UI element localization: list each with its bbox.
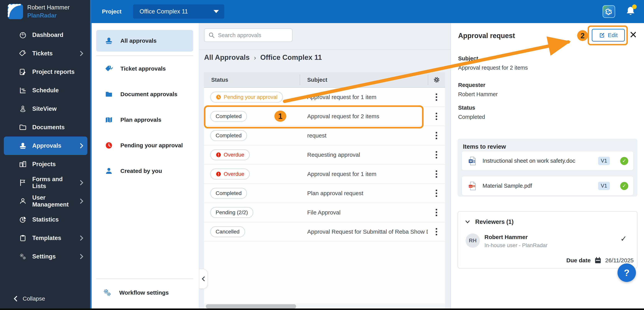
sidebar-item-dashboard[interactable]: Dashboard — [0, 26, 90, 44]
breadcrumb-separator-icon: › — [254, 54, 256, 61]
help-button[interactable]: ? — [618, 263, 636, 282]
table-header: Status Subject — [204, 72, 445, 88]
sidebar-item-statistics[interactable]: Statistics — [0, 210, 90, 229]
filter-document-approvals[interactable]: Document approvals — [92, 81, 199, 107]
sidebar-item-templates[interactable]: Templates — [0, 229, 90, 247]
filter-ticket-approvals[interactable]: Ticket approvals — [92, 56, 199, 81]
row-menu-button[interactable] — [434, 111, 439, 121]
file-name: Instructional sheet on work safety.doc — [482, 158, 592, 164]
siteview-icon — [19, 105, 26, 112]
table-settings-button[interactable] — [428, 74, 445, 85]
due-date-label: Due date — [566, 257, 590, 264]
row-menu-button[interactable] — [434, 92, 439, 102]
status-badge: Completed — [210, 130, 247, 141]
column-header-subject[interactable]: Subject — [300, 74, 428, 85]
report-icon — [19, 68, 26, 76]
table-row[interactable]: Overdue Approval request for 1 item — [204, 165, 445, 184]
breadcrumb: All Approvals › Office Complex 11 — [204, 54, 322, 62]
chevron-left-icon — [202, 276, 205, 281]
approval-detail-panel: Approval request Edit Subject Approval r… — [450, 23, 644, 310]
row-menu-button[interactable] — [434, 227, 439, 237]
sidebar-accent-strip — [90, 0, 92, 310]
filter-created-by-you[interactable]: Created by you — [92, 158, 199, 184]
table-row[interactable]: Completed Approval request for 2 items — [204, 107, 445, 126]
clipboard-icon — [19, 234, 26, 242]
notifications-button[interactable] — [626, 6, 636, 17]
sidebar-collapse-button[interactable]: Collapse — [0, 292, 45, 305]
clock-icon — [105, 141, 113, 149]
window-bottom-edge — [0, 308, 644, 310]
table-row[interactable]: Pending your approval Approval request f… — [204, 88, 445, 107]
filter-plan-approvals[interactable]: Plan approvals — [92, 107, 199, 132]
calendar-icon — [594, 257, 601, 264]
project-label: Project — [102, 8, 122, 15]
person-icon — [105, 167, 113, 175]
panel-collapse-handle[interactable] — [199, 269, 208, 289]
table-row[interactable]: Overdue Requesting approval — [204, 145, 445, 165]
sidebar-item-approvals[interactable]: Approvals — [4, 136, 87, 155]
word-file-icon: W — [468, 156, 476, 166]
approvals-filter-panel: All approvals Ticket approvals Document … — [92, 23, 199, 310]
scrollbar-thumb[interactable] — [206, 304, 296, 308]
table-row[interactable]: Pending (2/2) File Approval — [204, 203, 445, 222]
breadcrumb-root[interactable]: All Approvals — [204, 54, 250, 62]
search-box[interactable] — [204, 29, 292, 42]
account-block[interactable]: Robert Hammer PlanRadar — [8, 4, 70, 19]
chevron-right-icon — [80, 180, 84, 186]
edit-button[interactable]: Edit — [592, 29, 625, 42]
row-menu-button[interactable] — [434, 207, 439, 218]
row-menu-button[interactable] — [434, 169, 439, 179]
column-header-status[interactable]: Status — [204, 74, 300, 85]
version-badge[interactable]: V1 — [598, 182, 610, 190]
tickets-icon — [19, 50, 26, 57]
table-row[interactable]: Completed request — [204, 126, 445, 145]
search-input[interactable] — [218, 32, 288, 39]
filter-pending-your-approval[interactable]: Pending your approval — [92, 132, 199, 158]
sidebar-item-tickets[interactable]: Tickets — [0, 44, 90, 63]
notification-badge — [632, 5, 637, 9]
sidebar-item-settings[interactable]: Settings — [0, 247, 90, 266]
schedule-icon — [19, 87, 26, 94]
reviewer-avatar: RH — [466, 233, 480, 248]
map-icon — [105, 116, 113, 124]
close-panel-button[interactable] — [629, 30, 638, 39]
review-item-doc[interactable]: W Instructional sheet on work safety.doc… — [462, 151, 633, 170]
version-badge[interactable]: V1 — [598, 157, 610, 165]
row-menu-button[interactable] — [434, 130, 439, 141]
review-item-pdf[interactable]: PDF Material Sample.pdf V1 ✓ — [462, 176, 633, 195]
items-to-review-section: Items to review W Instructional sheet on… — [458, 139, 638, 197]
gear-icon — [433, 76, 440, 83]
reviewers-section: Reviewers (1) RH Robert Hammer In-house … — [458, 211, 638, 268]
chevron-right-icon — [80, 235, 84, 241]
status-badge: Completed — [210, 111, 247, 122]
sidebar-item-forms-and-lists[interactable]: Forms and Lists — [0, 174, 90, 192]
gears-icon — [19, 253, 26, 260]
sidebar-item-projects[interactable]: Projects — [0, 155, 90, 174]
sidebar-item-user-management[interactable]: User Management — [0, 192, 90, 210]
row-menu-button[interactable] — [434, 149, 439, 160]
sidebar-item-schedule[interactable]: Schedule — [0, 81, 90, 100]
svg-text:W: W — [470, 160, 472, 163]
flag-icon — [19, 179, 26, 186]
workflow-settings-button[interactable]: Workflow settings — [92, 283, 199, 302]
sidebar-item-siteview[interactable]: SiteView — [0, 100, 90, 118]
table-row[interactable]: Cancelled Approval Request for Submittal… — [204, 222, 445, 242]
reviewers-toggle[interactable]: Reviewers (1) — [465, 218, 514, 225]
breadcrumb-current: Office Complex 11 — [260, 54, 322, 62]
requester-label: Requester — [458, 82, 486, 88]
edit-pencil-icon — [599, 32, 605, 38]
tag-icon — [105, 65, 113, 73]
approvals-table: Status Subject Pending your approval App… — [204, 72, 445, 309]
filter-all-approvals[interactable]: All approvals — [96, 30, 193, 52]
row-menu-button[interactable] — [434, 188, 439, 199]
chevron-right-icon — [80, 198, 84, 204]
stamp-icon — [105, 37, 113, 45]
user-icon — [19, 198, 26, 205]
table-row[interactable]: Completed Plan approval request — [204, 184, 445, 203]
planradar-logo-icon — [8, 4, 23, 19]
sidebar-item-documents[interactable]: Documents — [0, 118, 90, 136]
project-selector[interactable]: Office Complex 11 — [133, 5, 224, 19]
file-name: Material Sample.pdf — [482, 183, 592, 189]
sidebar-item-project-reports[interactable]: Project reports — [0, 63, 90, 81]
connect-app-button[interactable] — [602, 5, 615, 18]
